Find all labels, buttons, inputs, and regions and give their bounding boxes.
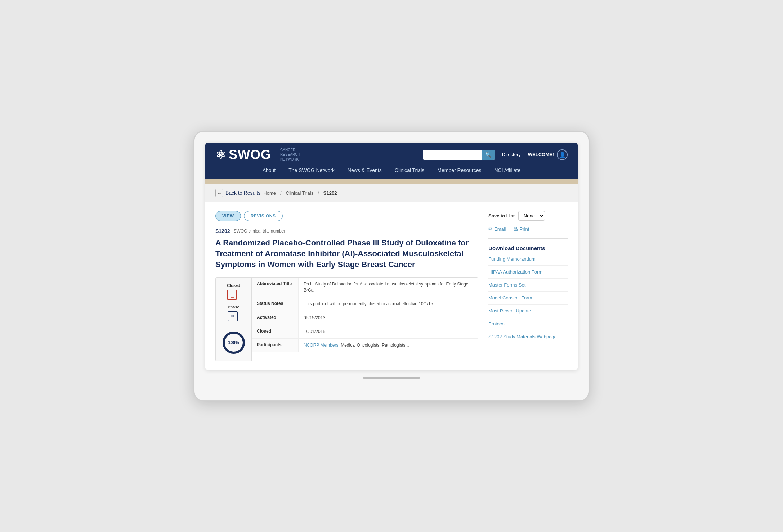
detail-row-abbreviated: Abbreviated Title Ph III Study of Duloxe… xyxy=(252,278,478,298)
detail-row-activated: Activated 05/15/2013 xyxy=(252,311,478,325)
activated-value: 05/15/2013 xyxy=(299,311,330,325)
print-button[interactable]: 🖶 Print xyxy=(513,226,529,232)
participants-value: NCORP Members: Medical Oncologists, Path… xyxy=(299,339,414,352)
nav-clinical-trials[interactable]: Clinical Trials xyxy=(395,167,424,174)
details-column: Abbreviated Title Ph III Study of Duloxe… xyxy=(252,278,478,361)
logo[interactable]: ⚛ SWOG CANCER RESEARCH NETWORK xyxy=(215,148,300,162)
download-protocol[interactable]: Protocol xyxy=(488,321,568,330)
search-button[interactable]: 🔍 xyxy=(482,150,495,160)
download-model-consent[interactable]: Model Consent Form xyxy=(488,295,568,305)
logo-text: SWOG xyxy=(229,148,271,161)
abbreviated-title-label: Abbreviated Title xyxy=(252,278,299,297)
detail-row-status-notes: Status Notes This protocol will be perma… xyxy=(252,297,478,311)
progress-circle: 100% xyxy=(221,330,246,355)
trial-number-label: SWOG clinical trial number xyxy=(233,229,285,234)
search-input[interactable] xyxy=(423,150,482,159)
main-content: VIEW REVISIONS S1202 SWOG clinical trial… xyxy=(205,202,578,370)
back-arrow-icon: ← xyxy=(215,189,223,197)
abbreviated-title-value: Ph III Study of Duloxetine for AI-associ… xyxy=(299,278,478,297)
nav-swog-network[interactable]: The SWOG Network xyxy=(288,167,335,174)
closed-value: 10/01/2015 xyxy=(299,325,330,338)
trial-info-box: Closed ⎯ Phase III xyxy=(215,277,478,361)
device-bottom-bar xyxy=(205,377,578,379)
trial-title: A Randomized Placebo-Controlled Phase II… xyxy=(215,238,478,270)
status-column: Closed ⎯ Phase III xyxy=(216,278,252,361)
participants-link[interactable]: NCORP Members xyxy=(304,343,338,348)
download-most-recent[interactable]: Most Recent Update xyxy=(488,308,568,317)
participants-label: Participants xyxy=(252,339,299,352)
save-label: Save to List xyxy=(488,213,515,218)
progress-text: 100% xyxy=(228,340,239,345)
detail-row-closed: Closed 10/01/2015 xyxy=(252,325,478,339)
trial-number: S1202 xyxy=(215,228,230,234)
tabs-row: VIEW REVISIONS xyxy=(215,211,478,221)
logo-subtitle: CANCER RESEARCH NETWORK xyxy=(277,148,300,162)
bottom-notch xyxy=(363,377,420,379)
nav-nci-affiliate[interactable]: NCI Affiliate xyxy=(494,167,520,174)
download-title: Download Documents xyxy=(488,245,568,251)
print-icon: 🖶 xyxy=(513,226,518,232)
activated-label: Activated xyxy=(252,311,299,325)
search-box: 🔍 xyxy=(423,150,495,160)
dna-icon: ⚛ xyxy=(215,148,225,162)
download-master-forms[interactable]: Master Forms Set xyxy=(488,282,568,292)
phase-section: Phase III xyxy=(228,305,239,321)
user-icon[interactable]: 👤 xyxy=(557,149,568,160)
breadcrumb-sep-1: / xyxy=(280,190,282,196)
content-right: Save to List None ✉ Email 🖶 Print xyxy=(488,211,568,361)
download-hipaa[interactable]: HIPAA Authorization Form xyxy=(488,269,568,279)
phase-badge: III xyxy=(228,311,238,321)
welcome-area: WELCOME! 👤 xyxy=(528,149,568,160)
download-links: Funding Memorandum HIPAA Authorization F… xyxy=(488,256,568,343)
status-notes-label: Status Notes xyxy=(252,297,299,311)
breadcrumb-sep-2: / xyxy=(318,190,319,196)
breadcrumb-clinical-trials[interactable]: Clinical Trials xyxy=(286,190,314,196)
progress-circle-container: 100% xyxy=(221,330,246,355)
breadcrumb-current: S1202 xyxy=(323,190,337,196)
save-to-list-row: Save to List None xyxy=(488,211,568,221)
trial-number-row: S1202 SWOG clinical trial number xyxy=(215,228,478,234)
tan-bar xyxy=(205,179,578,184)
email-button[interactable]: ✉ Email xyxy=(488,226,506,232)
nav-member-resources[interactable]: Member Resources xyxy=(437,167,481,174)
directory-link[interactable]: Directory xyxy=(502,152,521,157)
status-label: Closed xyxy=(227,283,240,288)
content-left: VIEW REVISIONS S1202 SWOG clinical trial… xyxy=(215,211,478,361)
breadcrumb-home[interactable]: Home xyxy=(263,190,276,196)
nav-news-events[interactable]: News & Events xyxy=(348,167,382,174)
back-label: Back to Results xyxy=(225,190,260,196)
welcome-label: WELCOME! xyxy=(528,152,554,157)
back-to-results-button[interactable]: ← Back to Results xyxy=(215,189,260,197)
main-nav: About The SWOG Network News & Events Cli… xyxy=(205,167,578,179)
closed-badge: ⎯ xyxy=(227,290,237,300)
tab-view[interactable]: VIEW xyxy=(215,211,241,221)
email-icon: ✉ xyxy=(488,226,492,232)
download-study-materials[interactable]: S1202 Study Materials Webpage xyxy=(488,334,568,343)
action-row: ✉ Email 🖶 Print xyxy=(488,226,568,239)
status-section: Closed ⎯ xyxy=(227,283,240,300)
save-select[interactable]: None xyxy=(518,211,545,221)
breadcrumb: ← Back to Results Home / Clinical Trials… xyxy=(205,184,578,202)
phase-label: Phase xyxy=(228,305,239,309)
nav-about[interactable]: About xyxy=(263,167,276,174)
tab-revisions[interactable]: REVISIONS xyxy=(244,211,283,221)
detail-row-participants: Participants NCORP Members: Medical Onco… xyxy=(252,339,478,352)
closed-label: Closed xyxy=(252,325,299,338)
status-notes-value: This protocol will be permanently closed… xyxy=(299,297,439,311)
download-funding-memorandum[interactable]: Funding Memorandum xyxy=(488,256,568,266)
